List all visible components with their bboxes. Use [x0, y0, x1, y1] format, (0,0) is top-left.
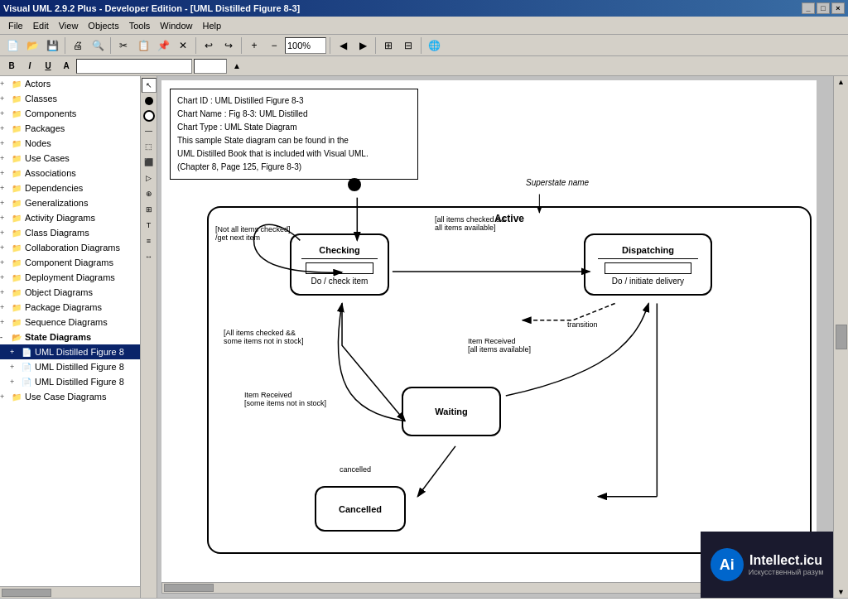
tree-panel: + 📁 Actors + 📁 Classes + 📁 Components + … [0, 76, 141, 598]
sidebar-item-package-diagrams[interactable]: + 📁 Package Diagrams [0, 300, 140, 315]
menu-window[interactable]: Window [155, 19, 197, 32]
copy-button[interactable]: 📋 [134, 36, 152, 55]
sidebar-item-components[interactable]: + 📁 Components [0, 106, 140, 121]
right-scrollbar[interactable]: ▲ ▼ [833, 76, 848, 598]
font-size-input[interactable] [194, 59, 227, 74]
transition-label-1: [Not all items checked]/get next item [215, 225, 291, 242]
sidebar-item-dependencies[interactable]: + 📁 Dependencies [0, 180, 140, 195]
minimize-button[interactable]: _ [802, 2, 815, 14]
nav-next-button[interactable]: ▶ [354, 36, 372, 55]
transition-label-6: transition [567, 320, 598, 329]
align-button[interactable]: ⊞ [379, 36, 398, 55]
italic-button[interactable]: I [22, 59, 38, 74]
tool3[interactable]: — [142, 123, 157, 138]
checking-state[interactable]: Checking Do / check item [290, 233, 389, 296]
layout-button[interactable]: ⊟ [399, 36, 417, 55]
menu-help[interactable]: Help [197, 19, 226, 32]
transition-label-2: [all items checked &&all items available… [435, 215, 506, 232]
title-bar: Visual UML 2.9.2 Plus - Developer Editio… [0, 0, 848, 17]
tool7[interactable]: ⊕ [142, 186, 157, 201]
zoom-input[interactable] [285, 37, 326, 54]
select-tool[interactable]: ↖ [142, 78, 157, 93]
sidebar-item-associations[interactable]: + 📁 Associations [0, 166, 140, 180]
underline-button[interactable]: U [40, 59, 56, 74]
window-controls[interactable]: _ □ × [802, 2, 845, 14]
open-button[interactable]: 📂 [23, 36, 41, 55]
initial-state-dot [348, 178, 361, 191]
print-button[interactable]: 🖨 [69, 36, 87, 55]
menu-view[interactable]: View [54, 19, 84, 32]
delete-button[interactable]: ✕ [174, 36, 192, 55]
sidebar-item-collaboration-diagrams[interactable]: + 📁 Collaboration Diagrams [0, 240, 140, 255]
nav-prev-button[interactable]: ◀ [334, 36, 352, 55]
cut-button[interactable]: ✂ [114, 36, 132, 55]
new-button[interactable]: 📄 [3, 36, 22, 55]
cancelled-state[interactable]: Cancelled [315, 486, 406, 532]
sidebar-item-nodes[interactable]: + 📁 Nodes [0, 136, 140, 151]
superstate-name-label: Superstate name [526, 178, 589, 187]
tool5[interactable]: ⬛ [142, 155, 157, 170]
tool4[interactable]: ⬚ [142, 139, 157, 154]
watermark: Ai Intellect.icu Искусственный разум [701, 532, 833, 598]
transition-label-4: Item Received[all items available] [468, 337, 531, 354]
menu-file[interactable]: File [3, 19, 28, 32]
sidebar-item-activity-diagrams[interactable]: + 📁 Activity Diagrams [0, 210, 140, 225]
font-size-up-button[interactable]: ▲ [229, 59, 245, 74]
sidebar-item-deployment-diagrams[interactable]: + 📁 Deployment Diagrams [0, 270, 140, 285]
sidebar-item-state-diagrams[interactable]: - 📂 State Diagrams [0, 330, 140, 344]
radio-tool[interactable] [143, 110, 155, 122]
left-tools-panel: ↖ — ⬚ ⬛ ▷ ⊕ ⊞ T ≡ ↔ [141, 76, 157, 598]
tool8[interactable]: ⊞ [142, 202, 157, 217]
scroll-thumb[interactable] [836, 325, 847, 349]
tool11[interactable]: ↔ [142, 249, 157, 264]
hscroll-thumb[interactable] [164, 584, 214, 592]
undo-button[interactable]: ↩ [200, 36, 218, 55]
sidebar-item-uml-fig-1[interactable]: + 📄 UML Distilled Figure 8 [0, 344, 140, 359]
watermark-brand: Intellect.icu [749, 553, 824, 568]
print-preview-button[interactable]: 🔍 [89, 36, 107, 55]
sidebar-item-classes[interactable]: + 📁 Classes [0, 91, 140, 106]
menu-tools[interactable]: Tools [124, 19, 156, 32]
font-name-input[interactable] [76, 59, 192, 74]
menu-objects[interactable]: Objects [83, 19, 123, 32]
save-button[interactable]: 💾 [43, 36, 61, 55]
sidebar-item-use-cases[interactable]: + 📁 Use Cases [0, 151, 140, 166]
sidebar-item-packages[interactable]: + 📁 Packages [0, 121, 140, 136]
tool10[interactable]: ≡ [142, 233, 157, 248]
web-button[interactable]: 🌐 [425, 36, 443, 55]
toolbar: 📄 📂 💾 🖨 🔍 ✂ 📋 📌 ✕ ↩ ↪ + − ◀ ▶ ⊞ ⊟ 🌐 [0, 35, 848, 56]
menu-edit[interactable]: Edit [28, 19, 54, 32]
font-color-button[interactable]: A [58, 59, 75, 74]
sidebar-item-component-diagrams[interactable]: + 📁 Component Diagrams [0, 255, 140, 270]
sidebar-item-class-diagrams[interactable]: + 📁 Class Diagrams [0, 225, 140, 240]
format-bar: B I U A ▲ [0, 56, 848, 76]
transition-label-7: cancelled [340, 465, 371, 474]
dispatching-state[interactable]: Dispatching Do / initiate delivery [584, 233, 712, 296]
sidebar-item-sequence-diagrams[interactable]: + 📁 Sequence Diagrams [0, 315, 140, 330]
sidebar-item-object-diagrams[interactable]: + 📁 Object Diagrams [0, 285, 140, 300]
sidebar-item-actors[interactable]: + 📁 Actors [0, 76, 140, 91]
zoom-in-button[interactable]: + [245, 36, 263, 55]
sidebar-item-uml-fig-2[interactable]: + 📄 UML Distilled Figure 8 [0, 359, 140, 374]
close-button[interactable]: × [831, 2, 845, 14]
scroll-up-button[interactable]: ▲ [836, 76, 846, 88]
canvas-area[interactable]: Chart ID : UML Distilled Figure 8-3 Char… [157, 76, 833, 598]
watermark-subtitle: Искусственный разум [749, 568, 824, 576]
paste-button[interactable]: 📌 [154, 36, 172, 55]
restore-button[interactable]: □ [817, 2, 830, 14]
bold-button[interactable]: B [3, 59, 20, 74]
sidebar-item-generalizations[interactable]: + 📁 Generalizations [0, 195, 140, 210]
tool9[interactable]: T [142, 218, 157, 233]
sidebar-item-uml-fig-3[interactable]: + 📄 UML Distilled Figure 8 [0, 374, 140, 389]
sidebar-item-use-case-diagrams[interactable]: + 📁 Use Case Diagrams [0, 389, 140, 404]
diagram-canvas[interactable]: Chart ID : UML Distilled Figure 8-3 Char… [161, 80, 817, 594]
dot-tool[interactable] [145, 97, 153, 105]
waiting-state[interactable]: Waiting [402, 387, 501, 436]
transition-label-3: [All items checked &&some items not in s… [224, 329, 304, 345]
redo-button[interactable]: ↪ [219, 36, 238, 55]
scroll-down-button[interactable]: ▼ [836, 586, 846, 598]
tool6[interactable]: ▷ [142, 171, 157, 185]
bottom-panel [0, 598, 848, 616]
info-box: Chart ID : UML Distilled Figure 8-3 Char… [170, 89, 418, 180]
zoom-out-button[interactable]: − [265, 36, 283, 55]
